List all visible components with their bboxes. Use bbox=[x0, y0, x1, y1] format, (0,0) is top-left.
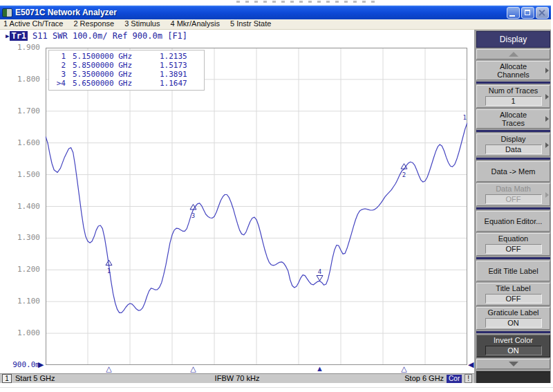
correction-badge: Cor bbox=[447, 375, 462, 383]
status-bar-right: Stop 6 GHz Cor ! bbox=[404, 374, 472, 383]
softkey-group-separator bbox=[476, 257, 550, 259]
marker-triangle-icon bbox=[317, 276, 323, 281]
screenshot-page: E5071C Network Analyzer 1 Active Ch/Trac… bbox=[0, 0, 553, 392]
warning-indicator: ! bbox=[465, 374, 472, 383]
ref-level-left-icon: ▶ bbox=[38, 360, 44, 369]
softkey-num-of-traces[interactable]: Num of Traces1 bbox=[476, 85, 550, 108]
active-trace-indicator-icon: ▶ bbox=[6, 32, 9, 39]
marker-table-row: 35.3500000 GHz1.3891 bbox=[50, 70, 198, 79]
marker-axis-indicator-1: △ bbox=[106, 364, 111, 373]
trace-number-label: 1 bbox=[463, 114, 467, 121]
menu-item-2-response[interactable]: 2 Response bbox=[73, 19, 114, 29]
plot-area[interactable]: 12341 15.1500000 GHz1.213525.8500000 GHz… bbox=[46, 48, 467, 365]
softkey-data-math: Data MathOFF bbox=[476, 183, 550, 206]
softkey-graticule-label[interactable]: Graticule LabelON bbox=[476, 307, 550, 330]
marker-number-label: 4 bbox=[318, 268, 321, 275]
softkey-allocate-channels[interactable]: AllocateChannels bbox=[476, 61, 550, 80]
y-axis-tick-label: 1.300 bbox=[4, 233, 40, 243]
y-axis-tick-label: 1.400 bbox=[4, 202, 40, 212]
submenu-arrow-icon bbox=[545, 68, 549, 73]
softkey-value: ON bbox=[485, 346, 542, 355]
y-axis-tick-label: 1.900 bbox=[4, 43, 40, 53]
window-title: E5071C Network Analyzer bbox=[15, 8, 504, 17]
softkey-scroll-down-button[interactable] bbox=[476, 359, 550, 369]
menu-item-5-instr-state[interactable]: 5 Instr State bbox=[230, 19, 271, 29]
softkey-label: Title Label bbox=[482, 284, 545, 292]
softkey-group-separator bbox=[476, 82, 550, 84]
softkey-value: 1 bbox=[485, 96, 542, 106]
softkey-group-separator bbox=[476, 130, 550, 132]
trace-status-line: ▶ Tr1 S11 SWR 100.0m/ Ref 900.0m [F1] bbox=[6, 31, 187, 41]
y-axis-tick-label: 1.200 bbox=[4, 265, 40, 274]
softkey-edit-title-label[interactable]: Edit Title Label bbox=[476, 261, 550, 281]
trace-label[interactable]: Tr1 bbox=[10, 31, 28, 41]
submenu-arrow-icon bbox=[545, 94, 549, 100]
softkey-label: Edit Title Label bbox=[482, 267, 545, 275]
softkey-buttons: AllocateChannelsNum of Traces1AllocateTr… bbox=[476, 61, 550, 359]
marker-axis-indicator-3: △ bbox=[190, 364, 196, 373]
softkey-allocate-traces[interactable]: AllocateTraces bbox=[476, 109, 550, 129]
softkey-group-separator bbox=[476, 158, 550, 160]
y-axis-tick-label: 900.0m bbox=[4, 360, 40, 370]
trace-settings-text: S11 SWR 100.0m/ Ref 900.0m [F1] bbox=[32, 31, 187, 41]
softkey-equation[interactable]: EquationOFF bbox=[476, 233, 550, 256]
ifbw-readout: IFBW 70 kHz bbox=[215, 374, 260, 383]
cropped-text-artifact bbox=[236, 1, 375, 3]
softkey-equation-editor[interactable]: Equation Editor... bbox=[476, 211, 550, 232]
softkey-label: Display bbox=[482, 135, 545, 143]
softkey-title-label[interactable]: Title LabelOFF bbox=[476, 283, 550, 306]
start-frequency: Start 5 GHz bbox=[15, 374, 55, 383]
marker-number-label: 3 bbox=[191, 212, 195, 219]
menu-item-3-stimulus[interactable]: 3 Stimulus bbox=[124, 19, 160, 29]
softkey-value: OFF bbox=[485, 294, 542, 304]
softkey-group-separator bbox=[476, 331, 550, 333]
analyzer-window: E5071C Network Analyzer 1 Active Ch/Trac… bbox=[0, 6, 551, 382]
softkey-invert-color[interactable]: Invert ColorON bbox=[476, 335, 550, 357]
softkey-menu: Display AllocateChannelsNum of Traces1Al… bbox=[474, 30, 551, 383]
softkey-label: Allocate bbox=[482, 62, 545, 71]
softkey-value: OFF bbox=[485, 244, 542, 254]
softkey-value: ON bbox=[485, 318, 542, 328]
y-axis-tick-label: 1.800 bbox=[4, 75, 40, 84]
softkey-label: Equation Editor... bbox=[482, 217, 545, 225]
marker-axis-indicator-2: △ bbox=[401, 364, 406, 373]
y-axis-tick-label: 1.100 bbox=[4, 297, 40, 306]
stop-frequency: Stop 6 GHz bbox=[404, 374, 444, 383]
softkey-label: Invert Color bbox=[482, 336, 545, 344]
channel-number-box: 1 bbox=[2, 374, 12, 383]
softkey-value: OFF bbox=[485, 194, 542, 204]
marker-axis-indicator-4: ▲ bbox=[316, 364, 324, 373]
ref-level-right-icon: ◀ bbox=[468, 360, 474, 369]
softkey-label: Graticule Label bbox=[482, 308, 545, 317]
softkey-value: Data bbox=[485, 144, 542, 154]
softkey-label: Data -> Mem bbox=[482, 167, 545, 176]
softkey-scroll-up-button[interactable] bbox=[476, 49, 550, 59]
y-axis-tick-label: 1.700 bbox=[4, 106, 40, 116]
softkey-menu-title: Display bbox=[476, 31, 550, 48]
submenu-arrow-icon bbox=[545, 192, 549, 198]
marker-readout-table: 15.1500000 GHz1.213525.8500000 GHz1.5173… bbox=[48, 50, 205, 91]
swr-chart: 12341 bbox=[46, 48, 467, 365]
softkey-label: Num of Traces bbox=[482, 86, 545, 95]
close-button[interactable] bbox=[536, 7, 549, 19]
titlebar-buttons bbox=[507, 7, 549, 19]
submenu-arrow-icon bbox=[545, 142, 549, 148]
restore-button[interactable] bbox=[521, 7, 534, 19]
app-icon bbox=[2, 8, 12, 17]
softkey-label: Data Math bbox=[482, 185, 545, 193]
menu-item-1-active-ch-trace[interactable]: 1 Active Ch/Trace bbox=[3, 19, 63, 29]
marker-number-label: 1 bbox=[107, 268, 111, 274]
trace-marker-1[interactable]: 1 bbox=[106, 260, 112, 274]
softkey-display[interactable]: DisplayData bbox=[476, 133, 550, 156]
window-titlebar: E5071C Network Analyzer bbox=[0, 6, 551, 19]
softkey-menu-footer bbox=[476, 371, 550, 383]
menu-item-4-mkr-analysis[interactable]: 4 Mkr/Analysis bbox=[170, 19, 220, 29]
y-axis-tick-label: 1.000 bbox=[4, 328, 40, 338]
main-area: ▶ Tr1 S11 SWR 100.0m/ Ref 900.0m [F1] 1.… bbox=[0, 30, 551, 383]
cropped-line-artifact bbox=[0, 387, 553, 388]
marker-number-label: 2 bbox=[402, 171, 406, 178]
y-axis-tick-label: 1.500 bbox=[4, 170, 40, 180]
minimize-button[interactable] bbox=[507, 7, 520, 19]
menu-bar: 1 Active Ch/Trace2 Response3 Stimulus4 M… bbox=[0, 19, 551, 30]
softkey-data-mem[interactable]: Data -> Mem bbox=[476, 161, 550, 182]
